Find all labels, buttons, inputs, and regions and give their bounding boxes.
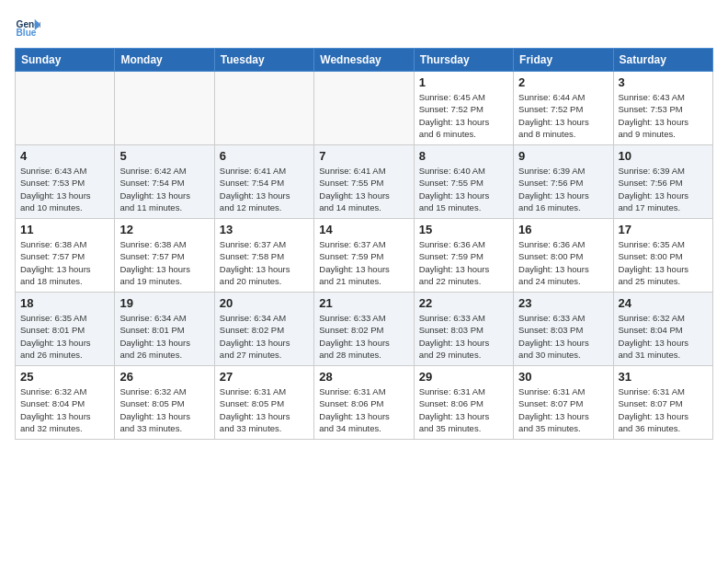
weekday-header: Friday — [514, 49, 613, 72]
day-info: Sunrise: 6:34 AM Sunset: 8:02 PM Dayligh… — [220, 312, 309, 361]
calendar-cell: 5Sunrise: 6:42 AM Sunset: 7:54 PM Daylig… — [115, 145, 214, 219]
day-info: Sunrise: 6:35 AM Sunset: 8:00 PM Dayligh… — [619, 238, 708, 287]
day-number: 30 — [518, 370, 608, 384]
day-info: Sunrise: 6:31 AM Sunset: 8:07 PM Dayligh… — [518, 385, 608, 434]
calendar-week-row: 25Sunrise: 6:32 AM Sunset: 8:04 PM Dayli… — [16, 366, 713, 440]
calendar-cell: 26Sunrise: 6:32 AM Sunset: 8:05 PM Dayli… — [115, 366, 214, 440]
day-number: 5 — [119, 149, 209, 163]
calendar-week-row: 4Sunrise: 6:43 AM Sunset: 7:53 PM Daylig… — [16, 145, 713, 219]
logo: General Blue — [15, 15, 44, 40]
calendar-week-row: 18Sunrise: 6:35 AM Sunset: 8:01 PM Dayli… — [16, 293, 713, 366]
day-number: 24 — [619, 296, 708, 310]
calendar-cell: 28Sunrise: 6:31 AM Sunset: 8:06 PM Dayli… — [314, 366, 414, 440]
weekday-header: Saturday — [613, 49, 712, 72]
calendar-cell: 10Sunrise: 6:39 AM Sunset: 7:56 PM Dayli… — [613, 145, 712, 219]
calendar-cell: 27Sunrise: 6:31 AM Sunset: 8:05 PM Dayli… — [214, 366, 313, 440]
calendar-cell: 30Sunrise: 6:31 AM Sunset: 8:07 PM Dayli… — [514, 366, 613, 440]
day-number: 27 — [220, 370, 309, 384]
day-info: Sunrise: 6:32 AM Sunset: 8:05 PM Dayligh… — [119, 385, 209, 434]
calendar-cell: 17Sunrise: 6:35 AM Sunset: 8:00 PM Dayli… — [613, 219, 712, 293]
day-info: Sunrise: 6:36 AM Sunset: 7:59 PM Dayligh… — [419, 238, 508, 287]
day-number: 9 — [518, 149, 608, 163]
calendar-cell — [115, 72, 214, 145]
day-number: 6 — [220, 149, 309, 163]
day-info: Sunrise: 6:33 AM Sunset: 8:03 PM Dayligh… — [518, 312, 608, 361]
svg-text:Blue: Blue — [17, 28, 37, 38]
day-info: Sunrise: 6:31 AM Sunset: 8:06 PM Dayligh… — [419, 385, 508, 434]
day-info: Sunrise: 6:45 AM Sunset: 7:52 PM Dayligh… — [419, 91, 508, 140]
weekday-header: Wednesday — [314, 49, 414, 72]
day-number: 8 — [419, 149, 508, 163]
day-info: Sunrise: 6:38 AM Sunset: 7:57 PM Dayligh… — [119, 238, 209, 287]
calendar-table: SundayMondayTuesdayWednesdayThursdayFrid… — [15, 48, 713, 440]
day-info: Sunrise: 6:44 AM Sunset: 7:52 PM Dayligh… — [518, 91, 608, 140]
day-number: 1 — [419, 75, 508, 89]
day-number: 21 — [319, 296, 408, 310]
day-number: 11 — [20, 223, 109, 236]
page-header: General Blue — [15, 15, 713, 40]
calendar-cell: 11Sunrise: 6:38 AM Sunset: 7:57 PM Dayli… — [16, 219, 115, 293]
day-info: Sunrise: 6:32 AM Sunset: 8:04 PM Dayligh… — [619, 312, 708, 361]
calendar-cell: 21Sunrise: 6:33 AM Sunset: 8:02 PM Dayli… — [314, 293, 414, 366]
calendar-cell: 7Sunrise: 6:41 AM Sunset: 7:55 PM Daylig… — [314, 145, 414, 219]
day-info: Sunrise: 6:32 AM Sunset: 8:04 PM Dayligh… — [20, 385, 109, 434]
day-info: Sunrise: 6:31 AM Sunset: 8:07 PM Dayligh… — [619, 385, 708, 434]
calendar-cell: 19Sunrise: 6:34 AM Sunset: 8:01 PM Dayli… — [115, 293, 214, 366]
day-number: 13 — [220, 223, 309, 236]
day-info: Sunrise: 6:40 AM Sunset: 7:55 PM Dayligh… — [419, 165, 508, 213]
calendar-cell: 23Sunrise: 6:33 AM Sunset: 8:03 PM Dayli… — [514, 293, 613, 366]
calendar-cell: 3Sunrise: 6:43 AM Sunset: 7:53 PM Daylig… — [613, 72, 712, 145]
calendar-cell: 18Sunrise: 6:35 AM Sunset: 8:01 PM Dayli… — [16, 293, 115, 366]
weekday-header: Sunday — [16, 49, 115, 72]
day-number: 3 — [619, 75, 708, 89]
calendar-cell: 6Sunrise: 6:41 AM Sunset: 7:54 PM Daylig… — [214, 145, 313, 219]
calendar-cell: 29Sunrise: 6:31 AM Sunset: 8:06 PM Dayli… — [414, 366, 513, 440]
day-info: Sunrise: 6:43 AM Sunset: 7:53 PM Dayligh… — [20, 165, 109, 213]
calendar-cell: 31Sunrise: 6:31 AM Sunset: 8:07 PM Dayli… — [613, 366, 712, 440]
day-number: 12 — [119, 223, 209, 236]
day-info: Sunrise: 6:37 AM Sunset: 7:58 PM Dayligh… — [220, 238, 309, 287]
calendar-cell: 25Sunrise: 6:32 AM Sunset: 8:04 PM Dayli… — [16, 366, 115, 440]
day-info: Sunrise: 6:41 AM Sunset: 7:54 PM Dayligh… — [220, 165, 309, 213]
day-number: 4 — [20, 149, 109, 163]
day-info: Sunrise: 6:33 AM Sunset: 8:03 PM Dayligh… — [419, 312, 508, 361]
weekday-header: Tuesday — [214, 49, 313, 72]
day-number: 26 — [119, 370, 209, 384]
calendar-cell — [314, 72, 414, 145]
day-info: Sunrise: 6:33 AM Sunset: 8:02 PM Dayligh… — [319, 312, 408, 361]
weekday-header: Thursday — [414, 49, 513, 72]
day-number: 16 — [518, 223, 608, 236]
calendar-cell: 1Sunrise: 6:45 AM Sunset: 7:52 PM Daylig… — [414, 72, 513, 145]
calendar-cell: 2Sunrise: 6:44 AM Sunset: 7:52 PM Daylig… — [514, 72, 613, 145]
day-info: Sunrise: 6:38 AM Sunset: 7:57 PM Dayligh… — [20, 238, 109, 287]
day-number: 22 — [419, 296, 508, 310]
day-number: 28 — [319, 370, 408, 384]
day-number: 18 — [20, 296, 109, 310]
logo-icon: General Blue — [15, 15, 40, 40]
day-info: Sunrise: 6:39 AM Sunset: 7:56 PM Dayligh… — [518, 165, 608, 213]
day-info: Sunrise: 6:43 AM Sunset: 7:53 PM Dayligh… — [619, 91, 708, 140]
day-info: Sunrise: 6:41 AM Sunset: 7:55 PM Dayligh… — [319, 165, 408, 213]
day-number: 29 — [419, 370, 508, 384]
day-info: Sunrise: 6:36 AM Sunset: 8:00 PM Dayligh… — [518, 238, 608, 287]
weekday-header: Monday — [115, 49, 214, 72]
calendar-cell: 24Sunrise: 6:32 AM Sunset: 8:04 PM Dayli… — [613, 293, 712, 366]
calendar-cell: 4Sunrise: 6:43 AM Sunset: 7:53 PM Daylig… — [16, 145, 115, 219]
calendar-week-row: 11Sunrise: 6:38 AM Sunset: 7:57 PM Dayli… — [16, 219, 713, 293]
calendar-header-row: SundayMondayTuesdayWednesdayThursdayFrid… — [16, 49, 713, 72]
day-number: 7 — [319, 149, 408, 163]
day-number: 2 — [518, 75, 608, 89]
day-info: Sunrise: 6:31 AM Sunset: 8:05 PM Dayligh… — [220, 385, 309, 434]
day-number: 23 — [518, 296, 608, 310]
calendar-cell — [16, 72, 115, 145]
day-info: Sunrise: 6:42 AM Sunset: 7:54 PM Dayligh… — [119, 165, 209, 213]
calendar-cell: 15Sunrise: 6:36 AM Sunset: 7:59 PM Dayli… — [414, 219, 513, 293]
day-number: 14 — [319, 223, 408, 236]
calendar-cell: 16Sunrise: 6:36 AM Sunset: 8:00 PM Dayli… — [514, 219, 613, 293]
day-info: Sunrise: 6:35 AM Sunset: 8:01 PM Dayligh… — [20, 312, 109, 361]
calendar-cell: 22Sunrise: 6:33 AM Sunset: 8:03 PM Dayli… — [414, 293, 513, 366]
day-info: Sunrise: 6:37 AM Sunset: 7:59 PM Dayligh… — [319, 238, 408, 287]
day-number: 15 — [419, 223, 508, 236]
calendar-cell: 12Sunrise: 6:38 AM Sunset: 7:57 PM Dayli… — [115, 219, 214, 293]
calendar-week-row: 1Sunrise: 6:45 AM Sunset: 7:52 PM Daylig… — [16, 72, 713, 145]
